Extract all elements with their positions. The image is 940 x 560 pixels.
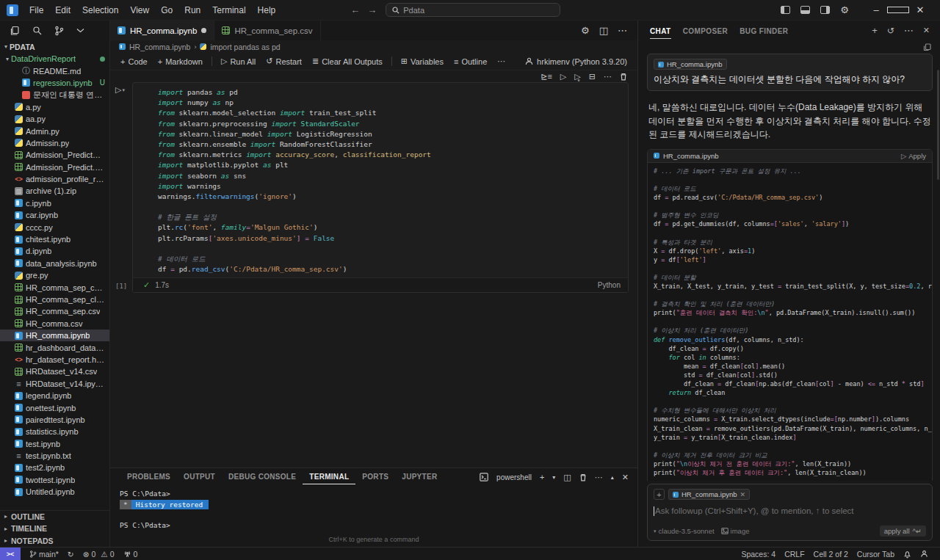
file-HRDataset_v14.csv[interactable]: HRDataset_v14.csv <box>0 366 109 377</box>
file-hr_dashboard_data.csv[interactable]: hr_dashboard_data.csv <box>0 341 109 353</box>
file-pairedttest.ipynb[interactable]: pairedttest.ipynb <box>0 414 109 426</box>
file-Admin.py[interactable]: Admin.py <box>0 125 109 137</box>
file-c.ipynb[interactable]: c.ipynb <box>0 197 109 209</box>
run-cell-icon[interactable]: ▷ <box>560 72 566 81</box>
nav-forward-icon[interactable]: → <box>367 4 377 15</box>
panel-tab-ports[interactable]: PORTS <box>355 470 395 484</box>
panel-more-icon[interactable]: ⋯ <box>595 473 603 482</box>
chat-tab-chat[interactable]: CHAT <box>650 23 671 39</box>
new-chat-icon[interactable]: + <box>872 25 878 36</box>
file-a.py[interactable]: a.py <box>0 101 109 113</box>
menu-view[interactable]: View <box>125 3 154 18</box>
chat-tab-bug-finder[interactable]: BUG FINDER <box>740 23 788 39</box>
add-context-button[interactable]: + <box>654 489 665 500</box>
file-HR_comma_sep_cleaned.csv[interactable]: HR_comma_sep_cleaned.csv <box>0 294 109 305</box>
terminal-dropdown-chevron-icon[interactable]: ▾ <box>552 474 555 481</box>
file-twottest.ipynb[interactable]: twottest.ipynb <box>0 474 109 486</box>
remove-chip-icon[interactable]: ✕ <box>740 491 746 498</box>
menu-terminal[interactable]: Terminal <box>207 3 250 18</box>
execute-above-icon[interactable]: ⊵≡ <box>540 72 552 81</box>
variables-button[interactable]: ⊞Variables <box>397 55 448 68</box>
file-legend.ipynb[interactable]: legend.ipynb <box>0 390 109 401</box>
file-gre.py[interactable]: gre.py <box>0 269 109 281</box>
menu-run[interactable]: Run <box>179 3 206 18</box>
toggle-secondary-sidebar-icon[interactable] <box>820 6 830 14</box>
split-editor-icon[interactable]: ◫ <box>599 25 608 36</box>
problems-item[interactable]: ⊗0 ⚠0 <box>79 550 119 559</box>
breadcrumb-file[interactable]: HR_comma.ipynb <box>129 43 190 51</box>
code-block-body[interactable]: # ... 기존 import 구문과 폰트 설정 유지 ... # 데이터 로… <box>648 163 932 481</box>
new-terminal-icon[interactable]: + <box>540 473 544 481</box>
run-all-button[interactable]: ▷Run All <box>217 55 260 68</box>
file-DataDrivenReport[interactable]: ▾DataDrivenReport <box>0 53 109 65</box>
panel-tab-debug-console[interactable]: DEBUG CONSOLE <box>222 470 303 484</box>
split-terminal-icon[interactable]: ◫ <box>563 473 571 482</box>
sidebar-section-timeline[interactable]: ▸TIMELINE <box>0 523 109 535</box>
toolbar-more-icon[interactable]: ⋯ <box>493 55 510 68</box>
outline-button[interactable]: ≡Outline <box>449 56 491 68</box>
explorer-root[interactable]: ▾ PDATA <box>0 40 109 53</box>
file-Untitled.ipynb[interactable]: Untitled.ipynb <box>0 486 109 498</box>
toggle-sidebar-icon[interactable] <box>781 6 790 14</box>
restart-kernel-button[interactable]: ↺Restart <box>261 55 306 68</box>
file-HRDataset_v14.ipynb.txt[interactable]: ≡HRDataset_v14.ipynb.txt <box>0 378 109 390</box>
run-below-icon[interactable]: ▷̥ <box>574 72 580 81</box>
panel-tab-output[interactable]: OUTPUT <box>177 470 222 484</box>
terminal-output[interactable]: PS C:\Pdata> * History restored PS C:\Pd… <box>110 486 637 547</box>
split-cell-icon[interactable]: ⊟ <box>589 72 596 81</box>
menu-file[interactable]: File <box>24 3 48 18</box>
sync-button[interactable]: ↻ <box>63 550 79 559</box>
chat-input[interactable]: Ask followup (Ctrl+Shift+Y), @ to mentio… <box>654 505 926 517</box>
clear-outputs-button[interactable]: ≣Clear All Outputs <box>308 55 387 68</box>
notebook-settings-gear-icon[interactable]: ⚙ <box>581 25 590 36</box>
delete-cell-icon[interactable] <box>620 73 627 81</box>
cell-more-icon[interactable]: ⋯ <box>604 72 612 81</box>
file-aa.py[interactable]: aa.py <box>0 113 109 125</box>
command-search[interactable]: Pdata <box>386 3 560 17</box>
kernel-picker[interactable]: hrkimenv (Python 3.9.20) <box>525 57 637 66</box>
panel-tab-problems[interactable]: PROBLEMS <box>120 470 177 484</box>
file-test2.ipynb[interactable]: test2.ipynb <box>0 462 109 473</box>
cursor-tab-item[interactable]: Cursor Tab <box>853 550 899 559</box>
file-statistics.ipynb[interactable]: statistics.ipynb <box>0 426 109 437</box>
copy-message-icon[interactable] <box>923 43 931 51</box>
modified-dot-icon[interactable] <box>201 28 206 33</box>
apply-button[interactable]: ▷ Apply <box>901 152 926 160</box>
menu-help[interactable]: Help <box>253 3 281 18</box>
chat-tab-composer[interactable]: COMPOSER <box>683 23 728 39</box>
cell-position-item[interactable]: Cell 2 of 2 <box>809 550 853 559</box>
search-sidebar-icon[interactable] <box>32 26 42 35</box>
file-hr_dataset_report.html[interactable]: <>hr_dataset_report.html <box>0 354 109 366</box>
account-button[interactable] <box>916 550 933 558</box>
file-admission_profile_report.h...[interactable]: <>admission_profile_report.h... <box>0 173 109 185</box>
chat-input-box[interactable]: + HR_comma.ipynb ✕ Ask followup (Ctrl+Sh… <box>647 484 933 541</box>
file-Admissin.py[interactable]: Admissin.py <box>0 137 109 149</box>
eol-item[interactable]: CRLF <box>780 550 809 559</box>
breadcrumb-symbol[interactable]: import pandas as pd <box>210 43 280 51</box>
run-cell-button[interactable]: ▷▾ <box>115 85 125 95</box>
breadcrumb[interactable]: HR_comma.ipynb › import pandas as pd <box>110 40 637 53</box>
kill-terminal-icon[interactable] <box>579 473 587 481</box>
file-HR_comma_sep.csv[interactable]: HR_comma_sep.csv <box>0 305 109 317</box>
cell-language[interactable]: Python <box>598 281 621 289</box>
apply-all-button[interactable]: apply all ^↵ <box>880 526 926 537</box>
cell-code-editor[interactable]: import pandas as pdimport numpy as npfro… <box>133 83 628 277</box>
file-cccc.py[interactable]: cccc.py <box>0 221 109 233</box>
chat-scrollbar[interactable] <box>937 70 939 180</box>
sidebar-section-notepads[interactable]: ▸NOTEPADS <box>0 535 109 548</box>
file-onettest.ipynb[interactable]: onettest.ipynb <box>0 401 109 413</box>
context-file-chip[interactable]: HR_comma.ipynb <box>654 59 727 70</box>
indentation-item[interactable]: Spaces: 4 <box>737 550 780 559</box>
menu-edit[interactable]: Edit <box>50 3 76 18</box>
input-file-chip[interactable]: HR_comma.ipynb ✕ <box>668 489 750 500</box>
file-Admission_Predict.csv[interactable]: Admission_Predict.csv <box>0 161 109 173</box>
file-data_analysis.ipynb[interactable]: data_analysis.ipynb <box>0 258 109 269</box>
file-test.ipynb[interactable]: test.ipynb <box>0 438 109 450</box>
file-chitest.ipynb[interactable]: chitest.ipynb <box>0 233 109 245</box>
file-README.md[interactable]: ⓘREADME.md <box>0 65 109 76</box>
code-cell[interactable]: ▷▾ [1] import pandas as pdimport numpy a… <box>113 82 629 293</box>
attach-image-button[interactable]: image <box>721 527 750 535</box>
chat-history-icon[interactable]: ↺ <box>887 26 894 36</box>
close-panel-icon[interactable]: ✕ <box>622 473 629 482</box>
chat-more-icon[interactable]: ⋯ <box>904 25 914 36</box>
